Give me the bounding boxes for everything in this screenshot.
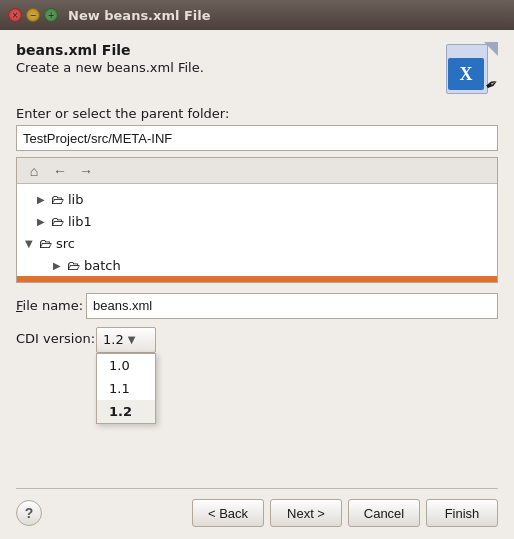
expand-icon: ▶ — [53, 260, 63, 271]
list-item-selected[interactable]: ▶ 🗁 META-INF — [17, 276, 497, 282]
help-button[interactable]: ? — [16, 500, 42, 526]
back-button[interactable]: < Back — [192, 499, 264, 527]
list-item[interactable]: ▶ 🗁 lib — [17, 188, 497, 210]
tree-items: ▶ 🗁 lib ▶ 🗁 lib1 ▼ 🗁 src ▶ 🗁 bat — [17, 184, 497, 282]
window-title: New beans.xml File — [68, 8, 211, 23]
folder-icon: 🗁 — [67, 259, 80, 272]
form-area: File name: CDI version: 1.2 ▼ 1.0 1.1 1.… — [16, 293, 498, 357]
next-button[interactable]: Next > — [270, 499, 342, 527]
tree-item-label: lib — [68, 192, 83, 207]
spacer — [16, 365, 498, 489]
folder-icon: 🗁 — [67, 281, 80, 282]
cdi-dropdown-button[interactable]: 1.2 ▼ — [96, 327, 156, 353]
close-icon: × — [12, 11, 19, 20]
cdi-dropdown-container: 1.2 ▼ 1.0 1.1 1.2 — [96, 327, 156, 353]
cdi-option-11[interactable]: 1.1 — [97, 377, 155, 400]
filename-label: File name: — [16, 298, 86, 313]
home-button[interactable]: ⌂ — [23, 161, 45, 181]
filename-row: File name: — [16, 293, 498, 319]
bottom-bar: ? < Back Next > Cancel Finish — [16, 488, 498, 527]
cdi-option-12[interactable]: 1.2 — [97, 400, 155, 423]
help-icon: ? — [25, 505, 34, 521]
close-button[interactable]: × — [8, 8, 22, 22]
header-title: beans.xml File — [16, 42, 204, 58]
header-area: beans.xml File Create a new beans.xml Fi… — [16, 42, 498, 94]
tree-toolbar: ⌂ ← → — [17, 158, 497, 184]
expand-icon: ▶ — [37, 216, 47, 227]
folder-icon: 🗁 — [39, 237, 52, 250]
folder-input[interactable] — [16, 125, 498, 151]
minimize-button[interactable]: − — [26, 8, 40, 22]
maximize-icon: + — [48, 11, 55, 20]
folder-icon: 🗁 — [51, 215, 64, 228]
cancel-button[interactable]: Cancel — [348, 499, 420, 527]
cdi-option-10[interactable]: 1.0 — [97, 354, 155, 377]
finish-button[interactable]: Finish — [426, 499, 498, 527]
folder-section-label: Enter or select the parent folder: — [16, 106, 498, 121]
dropdown-arrow-icon: ▼ — [128, 334, 136, 345]
list-item[interactable]: ▶ 🗁 lib1 — [17, 210, 497, 232]
window-controls: × − + — [8, 8, 58, 22]
minimize-icon: − — [30, 11, 37, 20]
header-text: beans.xml File Create a new beans.xml Fi… — [16, 42, 204, 75]
cdi-label: CDI version: — [16, 327, 96, 346]
cdi-row: CDI version: 1.2 ▼ 1.0 1.1 1.2 — [16, 327, 498, 353]
tree-item-label: META-INF — [84, 280, 145, 282]
dialog-content: beans.xml File Create a new beans.xml Fi… — [0, 30, 514, 539]
list-item[interactable]: ▶ 🗁 batch — [17, 254, 497, 276]
tree-item-label: src — [56, 236, 75, 251]
forward-button[interactable]: → — [75, 161, 97, 181]
folder-icon: 🗁 — [51, 193, 64, 206]
expand-icon: ▶ — [37, 194, 47, 205]
header-subtitle: Create a new beans.xml File. — [16, 60, 204, 75]
cdi-dropdown-menu: 1.0 1.1 1.2 — [96, 353, 156, 424]
expand-icon: ▼ — [25, 238, 35, 249]
tree-item-label: lib1 — [68, 214, 92, 229]
cdi-selected-value: 1.2 — [103, 332, 124, 347]
icon-x-letter: X — [448, 58, 484, 90]
list-item[interactable]: ▼ 🗁 src — [17, 232, 497, 254]
filename-input[interactable] — [86, 293, 498, 319]
xml-file-icon: X ✒ — [446, 42, 498, 94]
titlebar: × − + New beans.xml File — [0, 0, 514, 30]
tree-item-label: batch — [84, 258, 121, 273]
tree-scroll[interactable]: ▶ 🗁 lib ▶ 🗁 lib1 ▼ 🗁 src ▶ 🗁 bat — [17, 184, 497, 282]
folder-tree: ⌂ ← → ▶ 🗁 lib ▶ 🗁 lib1 ▼ 🗁 src — [16, 157, 498, 283]
back-button[interactable]: ← — [49, 161, 71, 181]
maximize-button[interactable]: + — [44, 8, 58, 22]
